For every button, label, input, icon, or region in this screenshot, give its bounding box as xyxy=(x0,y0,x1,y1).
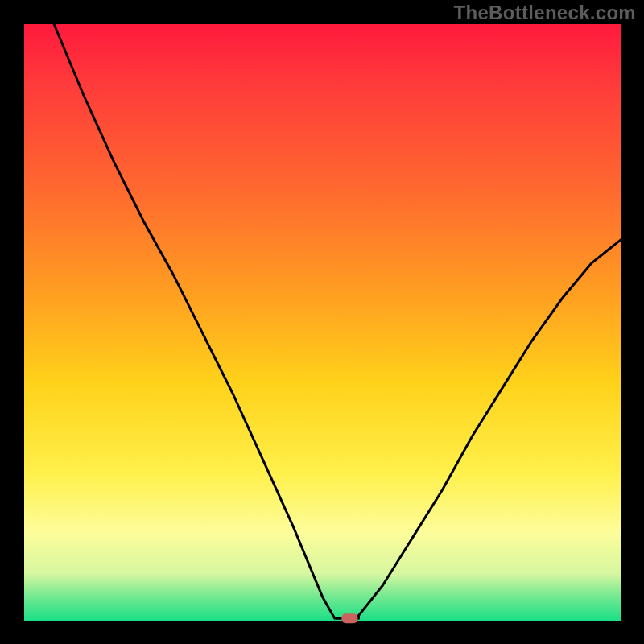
chart-svg xyxy=(24,24,621,621)
watermark-text: TheBottleneck.com xyxy=(454,2,636,24)
bottleneck-curve xyxy=(54,24,621,618)
bottleneck-marker xyxy=(341,613,357,623)
chart-frame: TheBottleneck.com xyxy=(0,0,644,644)
plot-area xyxy=(24,24,621,621)
